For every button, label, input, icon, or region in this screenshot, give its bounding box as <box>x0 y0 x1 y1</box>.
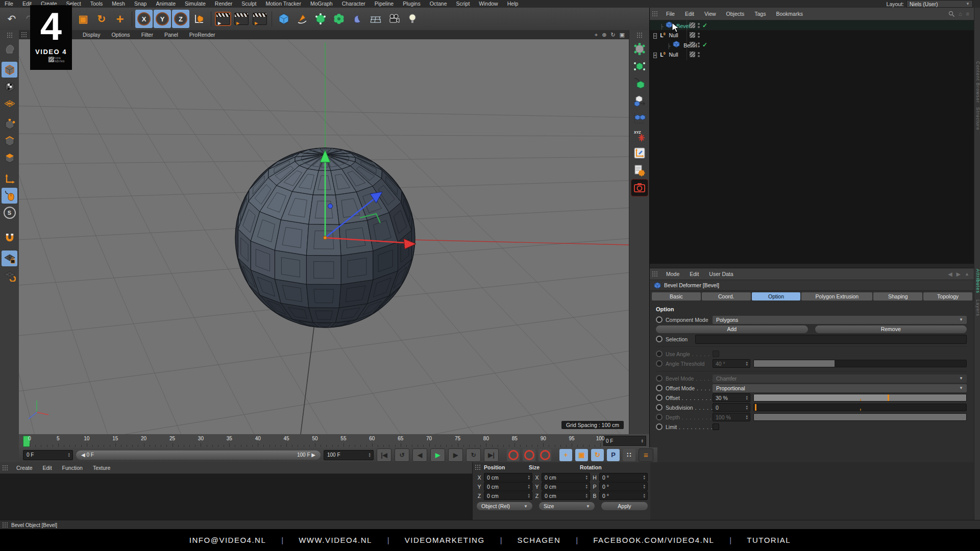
end-frame-field[interactable]: 100 F▲▼ <box>324 450 374 460</box>
visibility-dots[interactable] <box>698 42 700 47</box>
attribute-menu-item[interactable]: Edit <box>684 270 704 278</box>
rotation-value-field[interactable]: 0 °▲▼ <box>599 473 648 482</box>
stepper-icon[interactable]: ▲▼ <box>746 415 748 419</box>
go-to-start-button[interactable]: |◀ <box>377 448 391 462</box>
attribute-tab[interactable]: Basic <box>652 292 701 300</box>
convert-button[interactable] <box>2 41 17 57</box>
object-name[interactable]: Null <box>669 32 678 38</box>
viewport-menu-item[interactable]: Filter <box>136 31 159 39</box>
history-forward-icon[interactable]: ▶ <box>957 271 961 278</box>
subdivision-surface-palette-button[interactable] <box>631 41 648 57</box>
play-loop-button[interactable]: ↻ <box>466 448 481 462</box>
object-manager-menu-item[interactable]: View <box>699 10 721 18</box>
keyframe-dot[interactable] <box>656 423 663 430</box>
stepper-icon[interactable]: ▲▼ <box>528 475 530 480</box>
menu-item[interactable]: MoGraph <box>306 0 337 8</box>
panel-grip[interactable] <box>475 464 481 470</box>
layout-dropdown[interactable]: Niels (User)▼ <box>906 0 973 8</box>
object-manager-menu-item[interactable]: Tags <box>749 10 771 18</box>
menu-item[interactable]: Help <box>503 0 523 8</box>
material-menu-item[interactable]: Texture <box>88 464 115 472</box>
object-row[interactable]: ├ Bevel ✓ <box>650 40 974 49</box>
menu-item[interactable]: File <box>0 0 18 8</box>
stepper-icon[interactable]: ▲▼ <box>68 453 70 457</box>
batch-process-palette-button[interactable] <box>631 162 648 179</box>
add-cube-object-button[interactable] <box>275 10 292 28</box>
rotation-value-field[interactable]: 0 °▲▼ <box>599 482 648 491</box>
screenshot-palette-button[interactable] <box>631 180 648 196</box>
rotate-view-icon[interactable]: ↻ <box>610 32 615 38</box>
tab-attributes[interactable]: Attributes <box>974 269 980 293</box>
limit-checkbox[interactable] <box>713 423 719 430</box>
viewport-grip[interactable] <box>21 32 27 38</box>
object-manager-menu-item[interactable]: File <box>661 10 680 18</box>
filter-icon[interactable]: ≡ <box>966 11 969 17</box>
panel-splitter[interactable] <box>650 264 974 268</box>
add-camera-button[interactable] <box>385 10 403 28</box>
render-to-picture-viewer-button[interactable] <box>233 10 250 28</box>
layer-tag-icon[interactable] <box>690 42 695 47</box>
home-icon[interactable]: ⌂ <box>959 11 962 17</box>
subdivision-slider[interactable] <box>753 404 967 411</box>
object-row[interactable]: + L0 Null ✓ <box>650 49 974 59</box>
panel-grip[interactable] <box>652 271 658 277</box>
connect-object-palette-button[interactable] <box>631 58 648 74</box>
add-subdivision-surface-button[interactable] <box>312 10 329 28</box>
visibility-dots[interactable] <box>698 23 700 28</box>
keyframe-selection-button[interactable] <box>538 449 551 461</box>
menu-item[interactable]: Simulate <box>180 0 210 8</box>
slider-handle[interactable] <box>755 404 756 411</box>
keyframe-dot[interactable] <box>656 385 663 391</box>
enabled-check-icon[interactable]: ✓ <box>702 22 708 29</box>
menu-item[interactable]: Snap <box>130 0 152 8</box>
depth-slider[interactable] <box>753 413 967 421</box>
angle-threshold-slider[interactable] <box>753 360 967 367</box>
attribute-tab[interactable]: Coord. <box>702 292 751 300</box>
material-menu-item[interactable]: Edit <box>38 464 57 472</box>
size-mode-dropdown[interactable]: Size▼ <box>539 502 595 510</box>
position-value-field[interactable]: 0 cm▲▼ <box>484 491 532 500</box>
add-mograph-button[interactable] <box>330 10 348 28</box>
stepper-icon[interactable]: ▲▼ <box>643 475 646 480</box>
spline-wrap-palette-button[interactable] <box>631 76 648 92</box>
current-frame-spinner[interactable]: 0 F▲▼ <box>603 436 646 446</box>
rotation-value-field[interactable]: 0 °▲▼ <box>599 491 648 500</box>
object-row[interactable]: ├ Bevel ✓ <box>650 20 974 30</box>
menu-item[interactable]: Motion Tracker <box>261 0 305 8</box>
viewport-menu-item[interactable]: Panel <box>159 31 184 39</box>
stepper-icon[interactable]: ▲▼ <box>641 439 644 443</box>
lock-x-axis-button[interactable]: X <box>135 10 153 28</box>
component-mode-dropdown[interactable]: Polygons▼ <box>713 316 967 324</box>
enable-axis-button[interactable] <box>2 171 17 187</box>
viewport-scene[interactable] <box>19 39 629 434</box>
expand-toggle[interactable]: + <box>653 53 657 58</box>
depth-field[interactable]: 100 %▲▼ <box>713 413 750 421</box>
polygons-mode-button[interactable] <box>2 150 17 166</box>
keyframe-dot[interactable] <box>656 414 663 420</box>
menu-item[interactable]: Render <box>210 0 237 8</box>
offset-field[interactable]: 30 %▲▼ <box>713 393 750 402</box>
selection-field[interactable] <box>695 335 967 344</box>
history-back-icon[interactable]: ◀ <box>948 271 952 278</box>
timeline-layers-button[interactable]: ≡ <box>639 448 653 462</box>
panel-grip[interactable] <box>2 465 8 471</box>
keyframe-dot[interactable] <box>656 360 663 367</box>
enabled-check-icon[interactable]: ✓ <box>702 41 708 48</box>
move-tool-button[interactable]: + <box>111 10 129 28</box>
interactive-workplane-button[interactable] <box>2 267 17 283</box>
visibility-dots[interactable] <box>698 33 700 38</box>
render-view-button[interactable] <box>214 10 232 28</box>
tab-structure[interactable]: Structure <box>974 107 980 131</box>
menu-item[interactable]: Octane <box>425 0 452 8</box>
stepper-icon[interactable]: ▲▼ <box>746 361 748 366</box>
frame-range-slider[interactable]: ◀ 0 F 100 F ▶ <box>76 450 321 460</box>
tweak-mode-button[interactable] <box>2 188 17 204</box>
offset-mode-dropdown[interactable]: Proportional▼ <box>713 384 967 392</box>
panel-grip[interactable] <box>2 522 8 528</box>
object-manager-menu-item[interactable]: Edit <box>680 10 699 18</box>
play-forwards-button[interactable]: ▶ <box>430 448 445 462</box>
enable-snap-button[interactable] <box>2 230 17 245</box>
current-frame-field[interactable]: 0 F▲▼ <box>23 450 73 460</box>
lock-z-axis-button[interactable]: Z <box>172 10 189 28</box>
scale-tool-button[interactable]: ▣ <box>75 10 92 28</box>
